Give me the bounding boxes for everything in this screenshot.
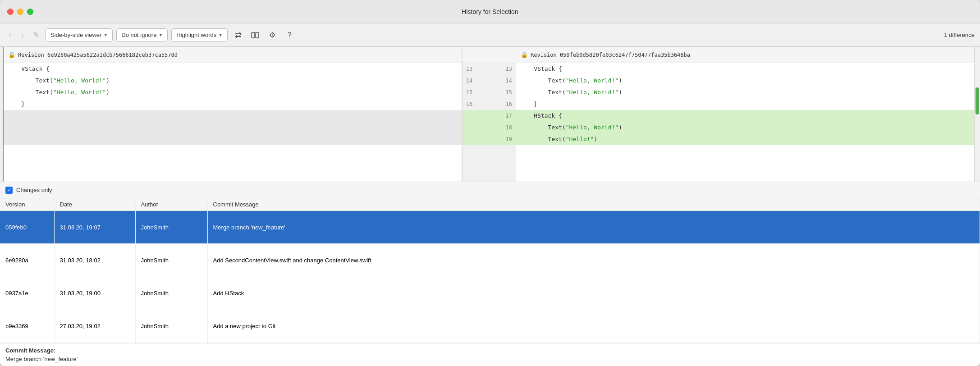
- gutter-left-13: 13: [466, 66, 472, 72]
- right-code-14: Text("Hello, World!"): [516, 75, 974, 87]
- left-diff-pane: 🔒 Revision 6e9280a425a5622a1dcb75666182c…: [4, 47, 462, 182]
- table-header-row: Version Date Author Commit Message: [0, 198, 980, 211]
- commit-message-text: Merge branch 'new_feature': [5, 356, 975, 362]
- gutter-right-14: 14: [506, 78, 512, 84]
- up-button[interactable]: ↑: [5, 29, 14, 41]
- traffic-lights: [7, 9, 33, 15]
- gutter-line-15: 15 15: [463, 87, 516, 98]
- gutter-header: [463, 47, 516, 63]
- svg-rect-0: [252, 32, 255, 38]
- col-header-date: Date: [54, 198, 135, 211]
- col-header-version: Version: [0, 198, 54, 211]
- titlebar: History for Selection: [0, 0, 980, 23]
- gutter-line-13: 13 13: [463, 63, 516, 75]
- right-code-18: Text("Hello, World!"): [516, 122, 974, 133]
- changes-only-checkbox[interactable]: ✓: [5, 187, 13, 194]
- ignore-label: Do not ignore: [121, 32, 156, 38]
- table-cell-author-3: JohnSmith: [135, 310, 207, 343]
- table-cell-date-1: 31.03.20, 18:02: [54, 244, 135, 277]
- gutter-right-13: 13: [506, 66, 512, 72]
- table-cell-date-3: 27.03.20, 19:02: [54, 310, 135, 343]
- left-code-15: Text("Hello, World!"): [4, 87, 462, 98]
- ignore-arrow: ▼: [158, 32, 163, 37]
- toolbar: ↑ ↓ ✎ Side-by-side viewer ▼ Do not ignor…: [0, 23, 980, 47]
- table-cell-message-3: Add a new project to Git: [207, 310, 980, 343]
- gutter-left-14: 14: [466, 78, 472, 84]
- left-line-13: VStack {: [4, 63, 462, 75]
- gutter-right-19: 19: [506, 136, 512, 142]
- right-line-18: Text("Hello, World!"): [516, 122, 974, 133]
- left-line-15: Text("Hello, World!"): [4, 87, 462, 98]
- gutter-left-16: 16: [466, 101, 472, 107]
- gutter-line-17: 17: [463, 110, 516, 122]
- right-scrollbar[interactable]: [975, 47, 980, 182]
- settings-button[interactable]: ⚙: [266, 28, 279, 42]
- right-code-13: VStack {: [516, 63, 974, 75]
- left-code-16: }: [4, 98, 462, 110]
- right-code-17: HStack {: [516, 110, 974, 122]
- gutter-right-17: 17: [506, 113, 512, 119]
- right-diff-content[interactable]: VStack { Text("Hello, World!") Text("Hel…: [516, 63, 974, 182]
- left-revision-label: Revision 6e9280a425a5622a1dcb75666182ceb…: [18, 52, 178, 58]
- table-row[interactable]: 0937a1e31.03.20, 19:00JohnSmithAdd HStac…: [0, 277, 980, 310]
- right-line-14: Text("Hello, World!"): [516, 75, 974, 87]
- left-pane-header: 🔒 Revision 6e9280a425a5622a1dcb75666182c…: [4, 47, 462, 63]
- table-cell-message-1: Add SecondContentView.swift and change C…: [207, 244, 980, 277]
- main-window: History for Selection ↑ ↓ ✎ Side-by-side…: [0, 0, 980, 366]
- right-pane-header: 🔒 Revision 059feb0d5820fe03c6247f750477f…: [516, 47, 974, 63]
- left-line-empty-2: [4, 122, 462, 133]
- scrollbar-thumb: [975, 87, 979, 114]
- right-code-15: Text("Hello, World!"): [516, 87, 974, 98]
- table-row[interactable]: b9e336927.03.20, 19:02JohnSmithAdd a new…: [0, 310, 980, 343]
- table-cell-author-0: JohnSmith: [135, 211, 207, 244]
- table-cell-date-0: 31.03.20, 19:07: [54, 211, 135, 244]
- edit-button[interactable]: ✎: [31, 29, 42, 41]
- gutter-line-14: 14 14: [463, 75, 516, 87]
- down-button[interactable]: ↓: [18, 29, 27, 41]
- close-button[interactable]: [7, 9, 14, 15]
- bottom-section: ✓ Changes only Version Date Author Commi…: [0, 182, 980, 366]
- ignore-dropdown[interactable]: Do not ignore ▼: [116, 28, 168, 42]
- gutter-line-19: 19: [463, 133, 516, 145]
- left-line-empty-1: [4, 110, 462, 122]
- gutter-left-15: 15: [466, 89, 472, 96]
- minimize-button[interactable]: [17, 9, 23, 15]
- viewer-dropdown[interactable]: Side-by-side viewer ▼: [46, 28, 113, 42]
- help-button[interactable]: ?: [283, 28, 296, 42]
- right-line-16: }: [516, 98, 974, 110]
- table-cell-version-1: 6e9280a: [0, 244, 54, 277]
- commit-message-area: Commit Message: Merge branch 'new_featur…: [0, 343, 980, 366]
- left-code-14: Text("Hello, World!"): [4, 75, 462, 87]
- lock-icon-left: 🔒: [8, 51, 15, 58]
- version-table: Version Date Author Commit Message 059fe…: [0, 198, 980, 343]
- columns-button[interactable]: [248, 28, 262, 42]
- right-line-13: VStack {: [516, 63, 974, 75]
- left-diff-content[interactable]: VStack { Text("Hello, World!") Text("Hel…: [4, 63, 462, 182]
- gutter-line-18: 18: [463, 122, 516, 133]
- right-line-19: Text("Hello!"): [516, 133, 974, 145]
- window-title: History for Selection: [462, 8, 518, 15]
- maximize-button[interactable]: [27, 9, 33, 15]
- changes-only-label: Changes only: [16, 187, 52, 193]
- table-row[interactable]: 059feb031.03.20, 19:07JohnSmithMerge bra…: [0, 211, 980, 244]
- left-change-indicator: [0, 47, 4, 182]
- table-row[interactable]: 6e9280a31.03.20, 18:02JohnSmithAdd Secon…: [0, 244, 980, 277]
- left-code-13: VStack {: [4, 63, 462, 75]
- swap-button[interactable]: ⇄: [231, 28, 245, 42]
- highlight-label: Highlight words: [176, 32, 216, 38]
- gutter-right-15: 15: [506, 89, 512, 96]
- col-header-message: Commit Message: [207, 198, 980, 211]
- gutter-line-16: 16 16: [463, 98, 516, 110]
- viewer-label: Side-by-side viewer: [50, 32, 101, 38]
- table-cell-message-2: Add HStack: [207, 277, 980, 310]
- table-cell-author-2: JohnSmith: [135, 277, 207, 310]
- left-line-16: }: [4, 98, 462, 110]
- table-cell-date-2: 31.03.20, 19:00: [54, 277, 135, 310]
- gutter-right-16: 16: [506, 101, 512, 107]
- right-line-15: Text("Hello, World!"): [516, 87, 974, 98]
- commit-message-label: Commit Message:: [5, 347, 975, 354]
- gutter-right-18: 18: [506, 124, 512, 131]
- lock-icon-right: 🔒: [521, 51, 528, 58]
- highlight-dropdown[interactable]: Highlight words ▼: [171, 28, 228, 42]
- right-code-16: }: [516, 98, 974, 110]
